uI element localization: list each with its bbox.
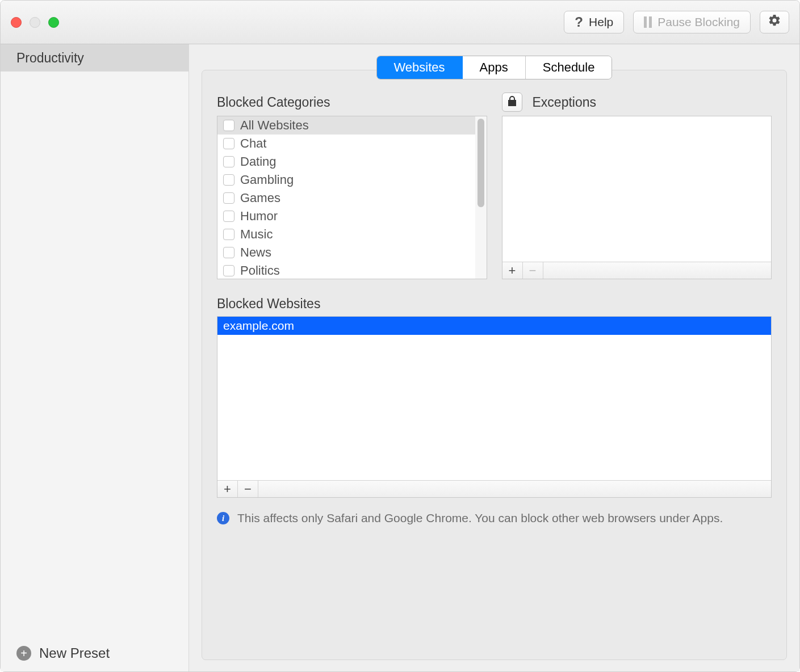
plus-icon: + <box>509 263 516 278</box>
category-label: Politics <box>240 263 280 278</box>
exceptions-label: Exceptions <box>533 95 597 110</box>
sidebar: Productivity + New Preset <box>1 44 189 671</box>
question-icon: ? <box>575 14 583 30</box>
category-row[interactable]: Dating <box>217 153 475 171</box>
blocked-website-row[interactable]: example.com <box>217 317 771 335</box>
category-row[interactable]: Chat <box>217 135 475 153</box>
category-row[interactable]: Politics <box>217 262 475 279</box>
category-label: Gambling <box>240 173 294 187</box>
new-preset-label: New Preset <box>39 645 110 661</box>
category-label: Chat <box>240 136 266 151</box>
pause-blocking-label: Pause Blocking <box>657 15 740 29</box>
category-row[interactable]: Games <box>217 189 475 207</box>
window-controls <box>11 17 59 28</box>
minus-icon: − <box>529 263 537 278</box>
categories-listbox[interactable]: All Websites Chat Dating Gambling Games … <box>217 116 487 279</box>
top-row: Blocked Categories All Websites Chat Dat… <box>217 92 772 279</box>
category-row[interactable]: Humor <box>217 207 475 225</box>
exceptions-header: Exceptions <box>502 92 772 112</box>
sidebar-item-productivity[interactable]: Productivity <box>1 44 189 72</box>
info-row: i This affects only Safari and Google Ch… <box>217 510 772 526</box>
info-icon: i <box>217 512 229 524</box>
categories-column: Blocked Categories All Websites Chat Dat… <box>217 92 487 279</box>
exceptions-column: Exceptions + − <box>502 92 772 279</box>
scrollbar-track[interactable] <box>475 116 487 279</box>
blocked-websites-label: Blocked Websites <box>217 296 772 312</box>
blocked-websites-add-button[interactable]: + <box>217 481 238 497</box>
categories-header: Blocked Categories <box>217 92 487 112</box>
checkbox[interactable] <box>223 138 234 149</box>
new-preset-button[interactable]: + New Preset <box>1 635 189 671</box>
blocked-website-label: example.com <box>223 319 294 333</box>
category-row[interactable]: News <box>217 243 475 262</box>
checkbox[interactable] <box>223 192 234 204</box>
checkbox[interactable] <box>223 211 234 222</box>
titlebar: ? Help Pause Blocking <box>1 1 799 44</box>
categories-label: Blocked Categories <box>217 95 330 110</box>
exceptions-body <box>502 116 772 262</box>
help-button-label: Help <box>589 15 613 29</box>
minimize-window-button[interactable] <box>30 17 40 28</box>
tab-schedule[interactable]: Schedule <box>526 56 612 79</box>
category-row[interactable]: Music <box>217 225 475 243</box>
help-button[interactable]: ? Help <box>564 11 624 33</box>
category-row[interactable]: Gambling <box>217 171 475 189</box>
settings-button[interactable] <box>760 11 789 33</box>
close-window-button[interactable] <box>11 17 22 28</box>
lock-button[interactable] <box>502 93 522 112</box>
zoom-window-button[interactable] <box>48 17 59 28</box>
app-window: ? Help Pause Blocking Productivity + New… <box>0 0 800 672</box>
category-label: Games <box>240 191 280 205</box>
category-row[interactable]: All Websites <box>217 116 475 135</box>
exceptions-remove-button[interactable]: − <box>523 262 543 279</box>
lock-icon <box>507 95 517 110</box>
plus-circle-icon: + <box>16 646 31 661</box>
exceptions-footer: + − <box>502 262 772 279</box>
category-label: Dating <box>240 154 277 169</box>
sidebar-item-label: Productivity <box>16 51 84 66</box>
checkbox[interactable] <box>223 120 234 131</box>
tab-websites[interactable]: Websites <box>377 56 463 79</box>
blocked-websites-remove-button[interactable]: − <box>238 481 258 497</box>
pause-icon <box>644 16 652 28</box>
tab-label: Websites <box>394 60 445 74</box>
pause-blocking-button[interactable]: Pause Blocking <box>633 11 751 33</box>
category-label: News <box>240 245 271 260</box>
category-label: All Websites <box>240 118 309 133</box>
tab-label: Schedule <box>543 60 595 74</box>
plus-icon: + <box>224 482 231 497</box>
checkbox[interactable] <box>223 229 234 240</box>
scrollbar-thumb[interactable] <box>478 119 484 207</box>
checkbox[interactable] <box>223 174 234 186</box>
blocked-websites-body: example.com <box>217 317 771 480</box>
tabs-wrap: Websites Apps Schedule <box>202 56 787 79</box>
exceptions-add-button[interactable]: + <box>502 262 523 279</box>
checkbox[interactable] <box>223 156 234 167</box>
blocked-websites-listbox[interactable]: example.com + − <box>217 316 772 498</box>
window-body: Productivity + New Preset Websites Apps … <box>1 44 799 671</box>
tab-apps[interactable]: Apps <box>463 56 526 79</box>
checkbox[interactable] <box>223 247 234 258</box>
main-area: Websites Apps Schedule Blocked Categorie… <box>189 44 799 671</box>
exceptions-listbox[interactable]: + − <box>502 116 772 279</box>
tab-label: Apps <box>480 60 508 74</box>
minus-icon: − <box>244 482 252 497</box>
blocked-websites-footer: + − <box>217 480 771 497</box>
category-label: Music <box>240 227 273 242</box>
panel: Blocked Categories All Websites Chat Dat… <box>202 70 787 660</box>
info-text: This affects only Safari and Google Chro… <box>237 510 723 526</box>
categories-items: All Websites Chat Dating Gambling Games … <box>217 116 475 279</box>
gear-icon <box>768 14 781 31</box>
checkbox[interactable] <box>223 265 234 276</box>
category-label: Humor <box>240 209 278 224</box>
preset-list: Productivity <box>1 44 189 635</box>
tabs: Websites Apps Schedule <box>376 56 613 79</box>
